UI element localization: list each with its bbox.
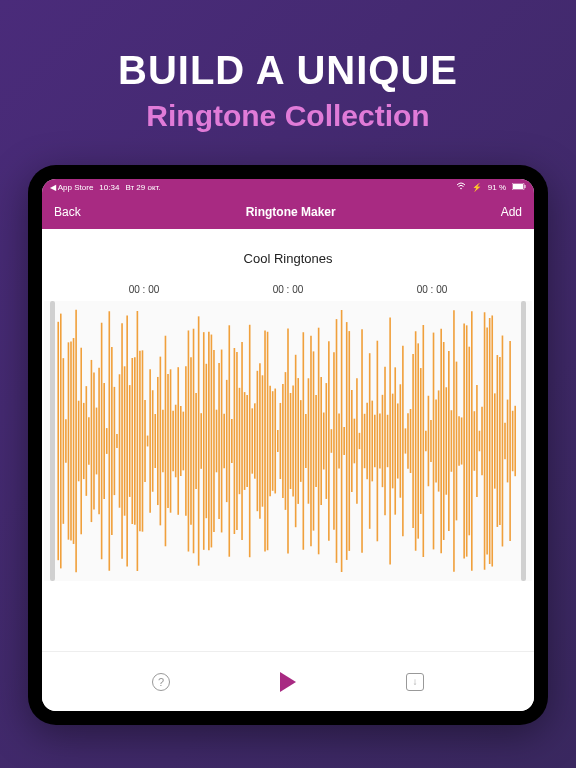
waveform[interactable] — [44, 301, 532, 581]
status-back-to-app[interactable]: ◀ App Store — [50, 183, 93, 192]
status-time: 10:34 — [99, 183, 119, 192]
svg-point-0 — [460, 188, 462, 190]
question-icon: ? — [158, 676, 164, 688]
device-frame: ◀ App Store 10:34 Вт 29 окт. ⚡ 91 % Back — [28, 165, 548, 725]
editor-content: Cool Ringtones 00 : 00 00 : 00 00 : 00 ? — [42, 229, 534, 711]
time-marker: 00 : 00 — [417, 284, 448, 295]
nav-bar: Back Ringtone Maker Add — [42, 195, 534, 229]
promo-headline: BUILD A UNIQUE Ringtone Collection — [118, 48, 458, 133]
waveform-svg — [44, 301, 532, 581]
play-button[interactable] — [280, 672, 296, 692]
promo-line1: BUILD A UNIQUE — [118, 48, 458, 93]
wifi-icon — [456, 182, 466, 192]
editor-toolbar: ? — [42, 651, 534, 711]
svg-rect-2 — [513, 184, 523, 189]
back-button[interactable]: Back — [54, 205, 81, 219]
status-bar: ◀ App Store 10:34 Вт 29 окт. ⚡ 91 % — [42, 179, 534, 195]
promo-line2: Ringtone Collection — [118, 99, 458, 133]
charging-icon: ⚡ — [472, 183, 482, 192]
trim-handle-right[interactable] — [521, 301, 526, 581]
status-battery: 91 % — [488, 183, 506, 192]
add-button[interactable]: Add — [501, 205, 522, 219]
time-markers: 00 : 00 00 : 00 00 : 00 — [42, 284, 534, 295]
battery-icon — [512, 183, 526, 192]
help-button[interactable]: ? — [152, 673, 170, 691]
promo-background: BUILD A UNIQUE Ringtone Collection ◀ App… — [0, 0, 576, 768]
time-marker: 00 : 00 — [129, 284, 160, 295]
time-marker: 00 : 00 — [273, 284, 304, 295]
svg-rect-3 — [525, 185, 526, 188]
device-screen: ◀ App Store 10:34 Вт 29 окт. ⚡ 91 % Back — [42, 179, 534, 711]
track-title: Cool Ringtones — [42, 251, 534, 266]
trim-handle-left[interactable] — [50, 301, 55, 581]
export-button[interactable] — [406, 673, 424, 691]
status-date: Вт 29 окт. — [125, 183, 160, 192]
nav-title: Ringtone Maker — [246, 205, 336, 219]
